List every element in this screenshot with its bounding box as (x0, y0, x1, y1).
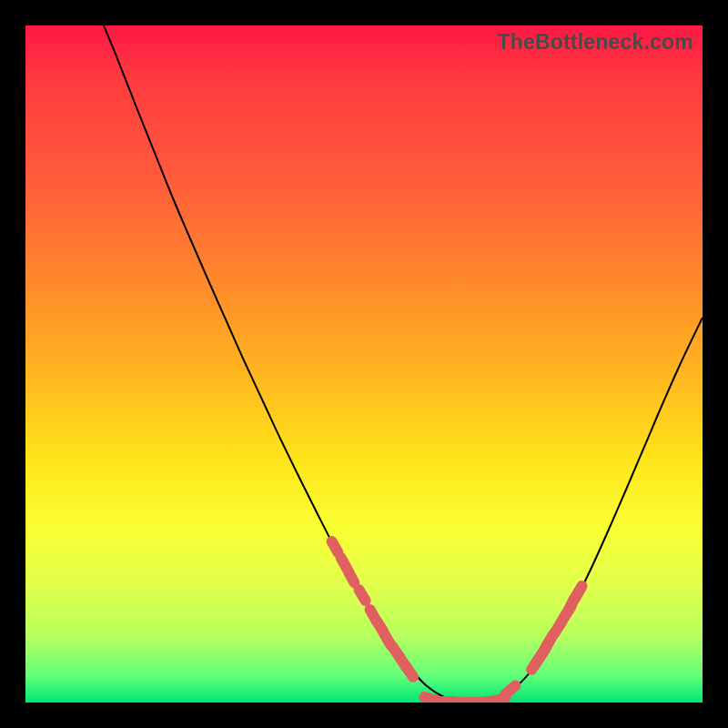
data-marker (506, 686, 516, 694)
data-marker (433, 700, 445, 703)
marker-layer (332, 541, 582, 703)
data-marker (392, 646, 399, 657)
data-marker (341, 558, 348, 569)
data-marker (483, 701, 496, 702)
data-marker (569, 599, 574, 611)
data-marker (547, 635, 553, 646)
data-marker (377, 622, 383, 632)
chart-frame: TheBottleneck.com (0, 0, 728, 728)
data-marker (543, 642, 550, 652)
data-marker (492, 699, 505, 702)
data-marker (424, 697, 436, 701)
chart-plot: TheBottleneck.com (25, 25, 703, 703)
data-marker (572, 592, 579, 603)
data-marker (531, 659, 539, 670)
data-marker (332, 541, 339, 552)
data-marker (385, 634, 391, 645)
data-marker (564, 606, 571, 617)
data-marker (560, 613, 566, 624)
data-marker (576, 586, 582, 597)
curve-path (104, 25, 703, 703)
chart-svg (25, 25, 703, 703)
data-marker (539, 648, 546, 659)
data-marker (359, 590, 365, 601)
data-marker (535, 653, 542, 664)
data-marker (349, 571, 355, 582)
data-marker (406, 666, 413, 676)
data-marker (554, 622, 561, 633)
watermark: TheBottleneck.com (497, 30, 693, 55)
data-marker (451, 702, 464, 703)
data-marker (399, 657, 407, 668)
data-marker (370, 610, 377, 621)
